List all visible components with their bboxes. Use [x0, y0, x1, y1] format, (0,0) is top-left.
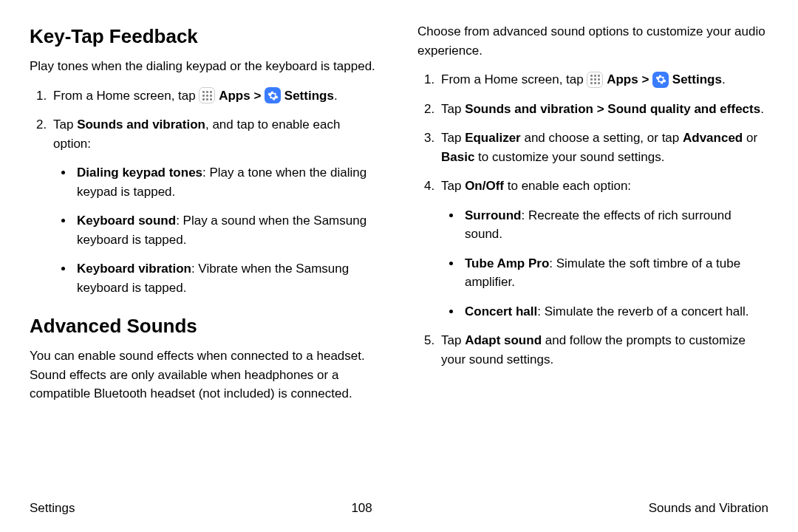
list-item: Keyboard vibration: Vibrate when the Sam…	[74, 259, 381, 297]
chevron: >	[638, 72, 652, 86]
option-name: Tube Amp Pro	[465, 256, 549, 270]
right-column: Choose from advanced sound options to cu…	[417, 22, 768, 491]
apps-icon	[199, 87, 215, 103]
option-desc: : Simulate the reverb of a concert hall.	[537, 304, 748, 318]
period: .	[334, 89, 338, 103]
page-footer: Settings 108 Sounds and Vibration	[30, 491, 768, 518]
bold-text: On/Off	[465, 179, 504, 193]
bold-text: Basic	[441, 150, 474, 164]
step-1: From a Home screen, tap Apps > Settings.	[438, 70, 768, 89]
step-text: Tap	[441, 102, 465, 116]
bold-text: Adapt sound	[465, 333, 542, 347]
bold-text: Equalizer	[465, 131, 521, 145]
step-text: Tap	[441, 179, 465, 193]
step-text: From a Home screen, tap	[441, 72, 587, 86]
settings-label: Settings	[672, 72, 722, 86]
option-name: Keyboard vibration	[77, 262, 191, 276]
period: .	[722, 72, 726, 86]
bold-text: Sounds and vibration > Sound quality and…	[465, 102, 760, 116]
apps-label: Apps	[219, 89, 250, 103]
list-item: Surround: Recreate the effects of rich s…	[462, 206, 768, 244]
bold-text: Advanced	[683, 131, 743, 145]
step-2: Tap Sounds and vibration > Sound quality…	[438, 100, 768, 119]
apps-label: Apps	[607, 72, 638, 86]
footer-page-number: 108	[351, 499, 372, 518]
settings-label: Settings	[284, 89, 334, 103]
content-columns: Key-Tap Feedback Play tones when the dia…	[30, 22, 768, 491]
step-text: to customize your sound settings.	[474, 150, 664, 164]
footer-right: Sounds and Vibration	[649, 499, 768, 518]
heading-advanced-sounds: Advanced Sounds	[30, 312, 381, 341]
options-list: Dialing keypad tones: Play a tone when t…	[53, 163, 381, 297]
steps-advanced: From a Home screen, tap Apps > Settings.…	[417, 70, 768, 369]
footer-left: Settings	[30, 499, 75, 518]
step-text: Tap	[441, 131, 465, 145]
apps-icon	[587, 72, 603, 88]
settings-icon	[265, 87, 281, 103]
step-2: Tap Sounds and vibration, and tap to ena…	[50, 115, 381, 297]
list-item: Keyboard sound: Play a sound when the Sa…	[74, 211, 381, 249]
left-column: Key-Tap Feedback Play tones when the dia…	[30, 22, 381, 491]
step-1: From a Home screen, tap Apps > Settings.	[50, 86, 381, 106]
option-name: Keyboard sound	[77, 214, 176, 228]
step-text: From a Home screen, tap	[53, 89, 199, 103]
list-item: Tube Amp Pro: Simulate the soft timbre o…	[462, 254, 768, 292]
intro-advanced-sounds: You can enable sound effects when connec…	[30, 347, 381, 403]
option-name: Dialing keypad tones	[77, 166, 202, 180]
options-list: Surround: Recreate the effects of rich s…	[441, 206, 768, 321]
list-item: Dialing keypad tones: Play a tone when t…	[74, 163, 381, 201]
step-text: Tap	[441, 333, 465, 347]
option-name: Concert hall	[465, 304, 537, 318]
steps-key-tap: From a Home screen, tap Apps > Settings.…	[30, 86, 381, 298]
step-text: .	[760, 102, 764, 116]
settings-icon	[652, 72, 669, 88]
step-text: Tap	[53, 117, 77, 132]
option-name: Surround	[465, 208, 522, 222]
heading-key-tap-feedback: Key-Tap Feedback	[30, 22, 381, 51]
step-4: Tap On/Off to enable each option: Surrou…	[438, 177, 768, 321]
intro-right: Choose from advanced sound options to cu…	[417, 22, 768, 60]
list-item: Concert hall: Simulate the reverb of a c…	[462, 302, 768, 321]
step-text: to enable each option:	[504, 179, 631, 193]
step-5: Tap Adapt sound and follow the prompts t…	[438, 331, 768, 369]
section-advanced-sounds: Advanced Sounds You can enable sound eff…	[30, 312, 381, 403]
chevron: >	[250, 89, 265, 103]
step-text: or	[743, 131, 757, 145]
step-3: Tap Equalizer and choose a setting, or t…	[438, 129, 768, 166]
intro-key-tap: Play tones when the dialing keypad or th…	[30, 57, 381, 76]
bold-text: Sounds and vibration	[77, 117, 205, 132]
step-text: and choose a setting, or tap	[521, 131, 683, 145]
